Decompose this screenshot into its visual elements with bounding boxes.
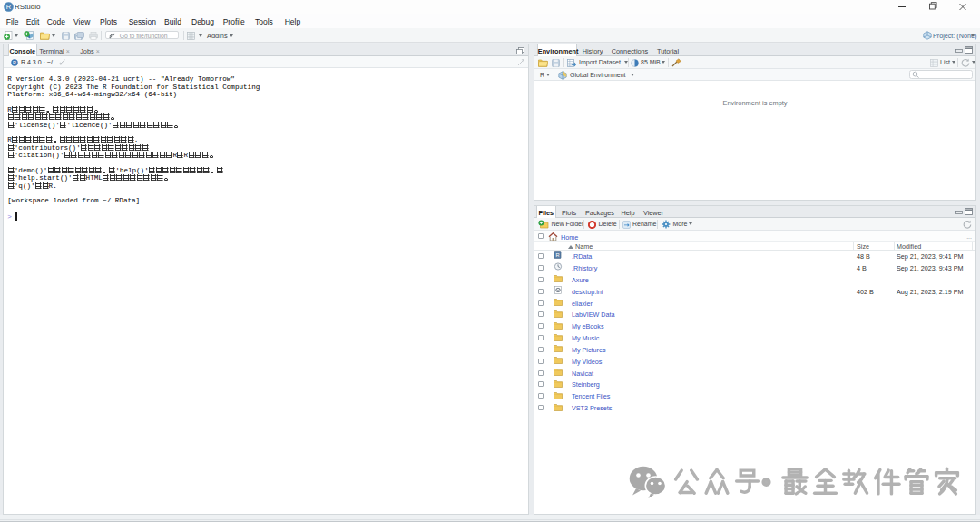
svg-text:R: R bbox=[555, 252, 559, 258]
svg-text:R: R bbox=[5, 3, 11, 11]
svg-text:R: R bbox=[13, 60, 16, 65]
